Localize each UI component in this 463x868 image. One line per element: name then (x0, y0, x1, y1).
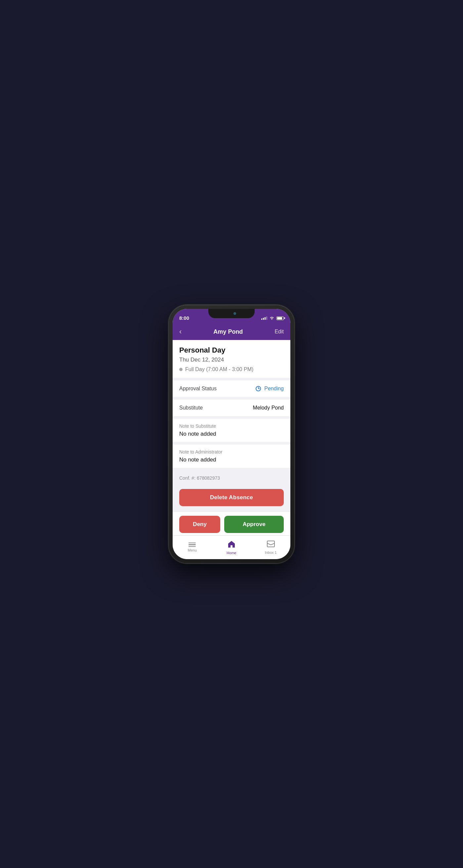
delete-absence-button[interactable]: Delete Absence (179, 489, 284, 506)
approval-status: Pending (256, 386, 284, 392)
absence-type: Personal Day (179, 346, 284, 354)
wifi-icon (269, 315, 274, 321)
note-substitute-label: Note to Substitute (179, 424, 284, 429)
battery-icon (276, 316, 284, 320)
note-substitute-value: No note added (179, 431, 284, 437)
tab-inbox[interactable]: Inbox 1 (251, 540, 290, 555)
status-icons (261, 315, 284, 321)
note-substitute-section: Note to Substitute No note added (173, 419, 290, 442)
page-title: Amy Pond (213, 329, 243, 335)
navigation-bar: ‹ Amy Pond Edit (173, 323, 290, 340)
back-button[interactable]: ‹ (179, 328, 181, 336)
substitute-row: Substitute Melody Pond (173, 400, 290, 416)
edit-button[interactable]: Edit (274, 329, 284, 335)
clock-icon (256, 386, 261, 391)
substitute-label: Substitute (179, 405, 203, 411)
delete-section: Delete Absence (173, 486, 290, 512)
phone-frame: 8:00 ‹ Amy Pon (169, 305, 294, 563)
time-dot-icon (179, 368, 183, 371)
inbox-icon (267, 540, 275, 549)
tab-menu[interactable]: Menu (173, 542, 212, 553)
menu-icon (189, 542, 196, 547)
note-admin-value: No note added (179, 457, 284, 463)
tab-menu-label: Menu (188, 548, 197, 552)
action-buttons-section: Deny Approve (173, 512, 290, 535)
deny-button[interactable]: Deny (179, 516, 220, 533)
approve-button[interactable]: Approve (224, 516, 284, 533)
conf-section: Conf. #: 678082973 (173, 470, 290, 486)
main-content: Personal Day Thu Dec 12, 2024 Full Day (… (173, 340, 290, 535)
home-icon (228, 540, 235, 550)
status-time: 8:00 (179, 315, 189, 321)
signal-icon (261, 316, 267, 320)
absence-date: Thu Dec 12, 2024 (179, 356, 284, 363)
note-admin-label: Note to Administrator (179, 449, 284, 455)
tab-home-label: Home (227, 551, 236, 555)
phone-screen: 8:00 ‹ Amy Pon (173, 309, 290, 559)
note-admin-section: Note to Administrator No note added (173, 444, 290, 468)
substitute-value: Melody Pond (253, 405, 284, 411)
front-camera (233, 312, 236, 315)
phone-notch (208, 309, 255, 318)
absence-time: Full Day (7:00 AM - 3:00 PM) (185, 367, 253, 372)
absence-header-card: Personal Day Thu Dec 12, 2024 Full Day (… (173, 340, 290, 378)
approval-status-row: Approval Status Pending (173, 380, 290, 397)
tab-home[interactable]: Home (212, 540, 251, 555)
conf-number: Conf. #: 678082973 (179, 475, 220, 481)
approval-label: Approval Status (179, 386, 217, 392)
absence-time-row: Full Day (7:00 AM - 3:00 PM) (179, 367, 284, 372)
tab-bar: Menu Home Inbox 1 (173, 535, 290, 559)
tab-inbox-label: Inbox 1 (265, 551, 277, 555)
